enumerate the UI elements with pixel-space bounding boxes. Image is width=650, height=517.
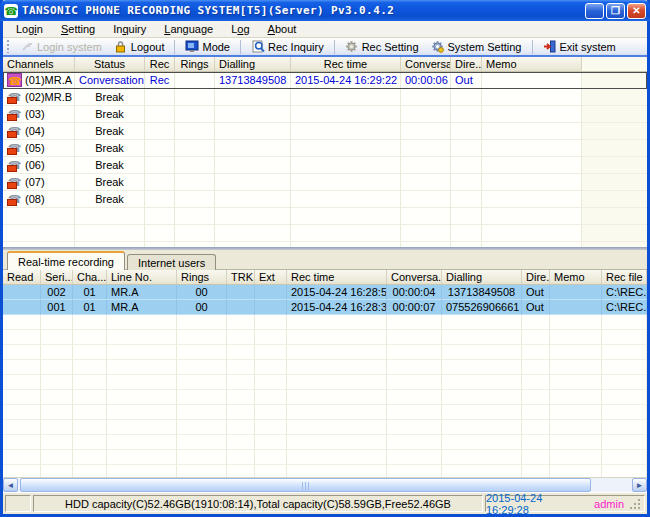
minimize-button[interactable]: _: [585, 3, 604, 19]
column-header-rings[interactable]: Rings: [177, 270, 227, 284]
titlebar[interactable]: ☎ TANSONIC PHONE RECORDING SYSTEM[T5](Se…: [0, 0, 650, 21]
cell-filler: [582, 89, 647, 106]
cell: [387, 375, 442, 390]
cell: [175, 208, 215, 225]
cell: 00:00:04: [387, 285, 442, 300]
column-header-rec[interactable]: Rec: [145, 57, 175, 71]
menu-item-login[interactable]: Login: [7, 22, 52, 36]
channel-row[interactable]: ☎(04)Break: [3, 123, 647, 140]
toolbar-grip[interactable]: [6, 40, 11, 53]
horizontal-scrollbar[interactable]: ◄ ►: [3, 477, 647, 492]
column-header-rec-file[interactable]: Rec file: [602, 270, 647, 284]
column-header-rec-time[interactable]: Rec time: [291, 57, 401, 71]
cell: [3, 285, 41, 300]
toolbar-button-exit-system[interactable]: Exit system: [537, 38, 622, 55]
cell: [522, 315, 550, 330]
column-header-dire[interactable]: Dire...: [522, 270, 550, 284]
column-header-dialling[interactable]: Dialling: [215, 57, 291, 71]
cell: [175, 72, 215, 89]
scrollbar-thumb[interactable]: [20, 478, 591, 492]
maximize-button[interactable]: ❐: [606, 3, 625, 19]
cell: [145, 106, 175, 123]
menu-item-log[interactable]: Log: [222, 22, 258, 36]
channel-row[interactable]: ☎(08)Break: [3, 191, 647, 208]
cell: [482, 191, 582, 208]
column-header-trk[interactable]: TRK: [227, 270, 255, 284]
cell: [107, 405, 177, 420]
menu-item-language[interactable]: Language: [155, 22, 222, 36]
cell: 2015-04-24 16:28:52: [287, 285, 387, 300]
close-button[interactable]: ✕: [627, 3, 646, 19]
cell: [482, 123, 582, 140]
channel-row[interactable]: ☎(03)Break: [3, 106, 647, 123]
resize-grip[interactable]: [630, 499, 640, 509]
toolbar-button-rec-inquiry[interactable]: Rec Inquiry: [245, 38, 330, 55]
column-header-ext[interactable]: Ext: [255, 270, 287, 284]
toolbar-button-mode[interactable]: Mode: [179, 38, 236, 55]
column-header-rings[interactable]: Rings: [175, 57, 215, 71]
channel-row[interactable]: ☎(07)Break: [3, 174, 647, 191]
cell: [442, 420, 522, 435]
cell: [387, 360, 442, 375]
column-header-cha[interactable]: Cha...: [73, 270, 107, 284]
cell-filler: [582, 106, 647, 123]
cell: [387, 345, 442, 360]
tab-real-time-recording[interactable]: Real-time recording: [7, 251, 125, 270]
column-header-read[interactable]: Read: [3, 270, 41, 284]
cell: [401, 208, 451, 225]
channel-row[interactable]: ☎(05)Break: [3, 140, 647, 157]
menu-item-setting[interactable]: Setting: [52, 22, 104, 36]
column-header-conversa[interactable]: Conversa...: [401, 57, 451, 71]
cell: [73, 420, 107, 435]
cell: [522, 420, 550, 435]
toolbar-button-system-setting[interactable]: System Setting: [425, 38, 528, 55]
cell: [3, 375, 41, 390]
cell: [550, 405, 602, 420]
cell: [73, 360, 107, 375]
cell: [255, 450, 287, 465]
toolbar-button-rec-setting[interactable]: Rec Setting: [339, 38, 425, 55]
cell: [41, 420, 73, 435]
cell: C:\REC...: [602, 300, 647, 315]
cell: [287, 405, 387, 420]
cell: [291, 123, 401, 140]
column-header-memo[interactable]: Memo: [550, 270, 602, 284]
scroll-left-arrow-icon[interactable]: ◄: [3, 478, 18, 492]
cell: 13713849508: [215, 72, 291, 89]
tab-internet-users[interactable]: Internet users: [127, 254, 216, 270]
menu-item-about[interactable]: About: [259, 22, 306, 36]
cell: [227, 435, 255, 450]
column-header-memo[interactable]: Memo: [482, 57, 582, 71]
column-header-dialling[interactable]: Dialling: [442, 270, 522, 284]
phone-noline-icon: ☎: [7, 107, 22, 121]
recording-row[interactable]: 00101MR.A002015-04-24 16:28:3900:00:0707…: [3, 300, 647, 315]
column-header-conversa[interactable]: Conversa...: [387, 270, 442, 284]
scroll-right-arrow-icon[interactable]: ►: [632, 478, 647, 492]
no-line-badge: [7, 114, 17, 121]
cell: [602, 390, 647, 405]
channel-label: (03): [25, 107, 45, 121]
cell: [442, 435, 522, 450]
channel-row[interactable]: ☎(02)MR.BBreak: [3, 89, 647, 106]
recordings-table-header: ReadSeri...Cha...Line No.RingsTRKExtRec …: [3, 270, 647, 285]
column-header-line-no[interactable]: Line No.: [107, 270, 177, 284]
recording-row[interactable]: 00201MR.A002015-04-24 16:28:5200:00:0413…: [3, 285, 647, 300]
column-header-status[interactable]: Status: [75, 57, 145, 71]
cell: 001: [41, 300, 73, 315]
column-header-seri[interactable]: Seri...: [41, 270, 73, 284]
channel-row[interactable]: ☎(01)MR.AConversationRec137138495082015-…: [3, 72, 647, 89]
menu-item-inquiry[interactable]: Inquiry: [104, 22, 155, 36]
column-header-dire[interactable]: Dire...: [451, 57, 482, 71]
cell: [401, 89, 451, 106]
channel-row[interactable]: ☎(06)Break: [3, 157, 647, 174]
column-header-channels[interactable]: Channels: [3, 57, 75, 71]
cell: 075526906661: [442, 300, 522, 315]
empty-row: [3, 225, 647, 242]
channel-cell: ☎(02)MR.B: [3, 89, 75, 106]
toolbar-button-logout[interactable]: Logout: [108, 38, 171, 55]
toolbar-button-label: Rec Setting: [362, 41, 419, 53]
column-header-rec-time[interactable]: Rec time: [287, 270, 387, 284]
scrollbar-track[interactable]: [18, 478, 632, 492]
cell: [255, 375, 287, 390]
empty-row: [3, 315, 647, 330]
